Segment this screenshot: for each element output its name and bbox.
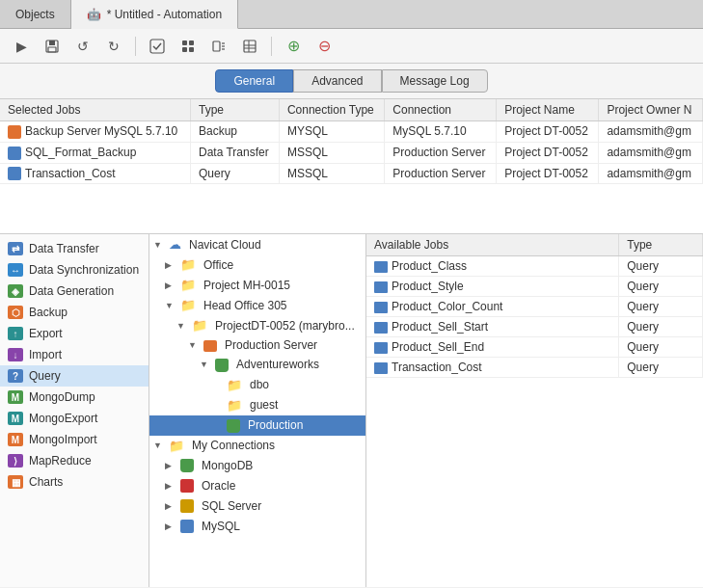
tree-item-head-office[interactable]: ▼📁Head Office 305 <box>149 295 365 315</box>
guest-icon: 📁 <box>227 398 242 413</box>
sidebar-item-mongodump[interactable]: MMongoDump <box>0 387 149 408</box>
cell-conn-type: MSSQL <box>279 142 384 163</box>
remove-button[interactable]: ⊖ <box>311 33 338 60</box>
grid2-button[interactable] <box>205 33 232 60</box>
sidebar-item-mongoimport[interactable]: MMongoImport <box>0 429 149 450</box>
cell-owner: adamsmith@gm <box>599 121 703 143</box>
tree-item-project-dt[interactable]: ▼📁ProjectDT-0052 (marybro... <box>149 315 365 335</box>
svg-rect-1 <box>49 40 55 45</box>
tree-toggle-navicat-cloud[interactable]: ▼ <box>153 240 165 250</box>
tree-item-oracle[interactable]: ▶Oracle <box>149 475 365 495</box>
col-project-name: Project Name <box>497 99 599 121</box>
tree-toggle-adventureworks[interactable]: ▼ <box>200 360 211 369</box>
job-name: Product_Class <box>366 256 619 277</box>
tree-label: Production <box>248 418 303 432</box>
head-office-icon: 📁 <box>180 298 196 312</box>
sidebar-item-export[interactable]: ↑Export <box>0 323 149 344</box>
tree-item-mysql[interactable]: ▶MySQL <box>149 516 365 536</box>
tree-toggle-head-office[interactable]: ▼ <box>165 301 176 310</box>
tree-toggle-oracle[interactable]: ▶ <box>165 481 176 491</box>
tree-item-production[interactable]: Production <box>149 415 365 436</box>
job-row[interactable]: Product_Sell_End Query <box>366 337 703 358</box>
play-button[interactable]: ▶ <box>8 33 35 60</box>
table-row[interactable]: SQL_Format_Backup Data Transfer MSSQL Pr… <box>0 142 703 163</box>
job-row[interactable]: Product_Sell_Start Query <box>366 317 703 337</box>
cell-project: Project DT-0052 <box>497 163 599 184</box>
sidebar-item-backup[interactable]: ⬡Backup <box>0 302 149 323</box>
tree-item-my-connections[interactable]: ▼📁My Connections <box>149 436 365 456</box>
tree-item-dbo[interactable]: 📁dbo <box>149 375 365 395</box>
sidebar-item-import[interactable]: ↓Import <box>0 344 149 365</box>
tab-general[interactable]: General <box>215 69 293 93</box>
tree-item-adventureworks[interactable]: ▼Adventureworks <box>149 355 365 375</box>
tab-bar: Objects 🤖 * Untitled - Automation <box>0 0 703 29</box>
save-button[interactable] <box>39 33 66 60</box>
svg-rect-6 <box>182 47 187 52</box>
svg-rect-5 <box>189 40 194 45</box>
project-dt-icon: 📁 <box>192 318 207 333</box>
svg-rect-7 <box>189 47 194 52</box>
tree-item-mongodb[interactable]: ▶MongoDB <box>149 456 365 476</box>
sidebar-label: Query <box>29 369 61 383</box>
tree-item-project-mh[interactable]: ▶📁Project MH-0015 <box>149 275 365 295</box>
grid3-button[interactable] <box>236 33 263 60</box>
add-button[interactable]: ⊕ <box>280 33 307 60</box>
cell-type: Backup <box>191 121 280 143</box>
sql-server-icon <box>180 498 194 513</box>
grid1-button[interactable] <box>175 33 202 60</box>
sidebar-item-data-gen[interactable]: ◈Data Generation <box>0 281 149 302</box>
tree-toggle-mongodb[interactable]: ▶ <box>165 461 176 470</box>
sidebar-item-charts[interactable]: ▦Charts <box>0 471 149 493</box>
col-available-jobs: Available Jobs <box>366 234 619 256</box>
tree-toggle-sql-server[interactable]: ▶ <box>165 501 176 511</box>
tree-toggle-project-dt[interactable]: ▼ <box>176 321 188 331</box>
job-name: Transaction_Cost <box>366 358 619 378</box>
tree-label: Navicat Cloud <box>189 238 261 252</box>
tree-label: Office <box>203 258 233 272</box>
tree-label: dbo <box>250 378 269 391</box>
svg-rect-3 <box>150 40 164 53</box>
tree-item-office[interactable]: ▶📁Office <box>149 254 365 275</box>
check-button[interactable] <box>144 33 171 60</box>
tree-item-sql-server[interactable]: ▶SQL Server <box>149 495 365 516</box>
export-icon: ↑ <box>8 327 23 340</box>
redo-button[interactable]: ↻ <box>100 33 127 60</box>
sidebar-item-data-sync[interactable]: ↔Data Synchronization <box>0 259 149 281</box>
sidebar-item-query[interactable]: ?Query <box>0 365 149 387</box>
tab-untitled-automation[interactable]: 🤖 * Untitled - Automation <box>71 0 238 29</box>
selected-jobs-table-area: Selected Jobs Type Connection Type Conne… <box>0 99 703 234</box>
job-row[interactable]: Transaction_Cost Query <box>366 358 703 378</box>
job-type: Query <box>619 277 703 297</box>
production-server-icon <box>203 338 217 352</box>
selected-jobs-table: Selected Jobs Type Connection Type Conne… <box>0 99 703 184</box>
automation-icon: 🤖 <box>87 8 101 21</box>
tab-advanced[interactable]: Advanced <box>293 69 381 93</box>
tree-toggle-office[interactable]: ▶ <box>165 260 176 270</box>
col-type: Type <box>191 99 280 121</box>
available-jobs-table: Available Jobs Type Product_Class Query … <box>366 234 703 378</box>
cell-connection: MySQL 5.7.10 <box>385 121 497 143</box>
svg-rect-8 <box>213 41 220 51</box>
tree-toggle-production-server[interactable]: ▼ <box>188 340 200 350</box>
sidebar-item-data-transfer[interactable]: ⇄Data Transfer <box>0 238 149 259</box>
sidebar-item-mongoexport[interactable]: MMongoExport <box>0 408 149 429</box>
available-jobs-panel: Available Jobs Type Product_Class Query … <box>366 234 703 587</box>
tree-item-navicat-cloud[interactable]: ▼☁Navicat Cloud <box>149 234 365 254</box>
tree-toggle-my-connections[interactable]: ▼ <box>153 441 165 450</box>
job-row[interactable]: Product_Class Query <box>366 256 703 277</box>
tree-toggle-mysql[interactable]: ▶ <box>165 521 176 531</box>
tab-message-log[interactable]: Message Log <box>382 69 488 93</box>
cell-owner: adamsmith@gm <box>599 142 703 163</box>
tab-objects[interactable]: Objects <box>0 0 71 28</box>
table-row[interactable]: Transaction_Cost Query MSSQL Production … <box>0 163 703 184</box>
cell-type: Query <box>191 163 280 184</box>
job-row[interactable]: Product_Color_Count Query <box>366 297 703 317</box>
sidebar-item-mapreduce[interactable]: ⟩MapReduce <box>0 450 149 471</box>
table-row[interactable]: Backup Server MySQL 5.7.10 Backup MYSQL … <box>0 121 703 143</box>
undo-button[interactable]: ↺ <box>69 33 96 60</box>
job-row[interactable]: Product_Style Query <box>366 277 703 297</box>
cell-job: Transaction_Cost <box>0 163 191 184</box>
tree-item-production-server[interactable]: ▼Production Server <box>149 335 365 355</box>
tree-item-guest[interactable]: 📁guest <box>149 395 365 415</box>
tree-toggle-project-mh[interactable]: ▶ <box>165 281 176 290</box>
